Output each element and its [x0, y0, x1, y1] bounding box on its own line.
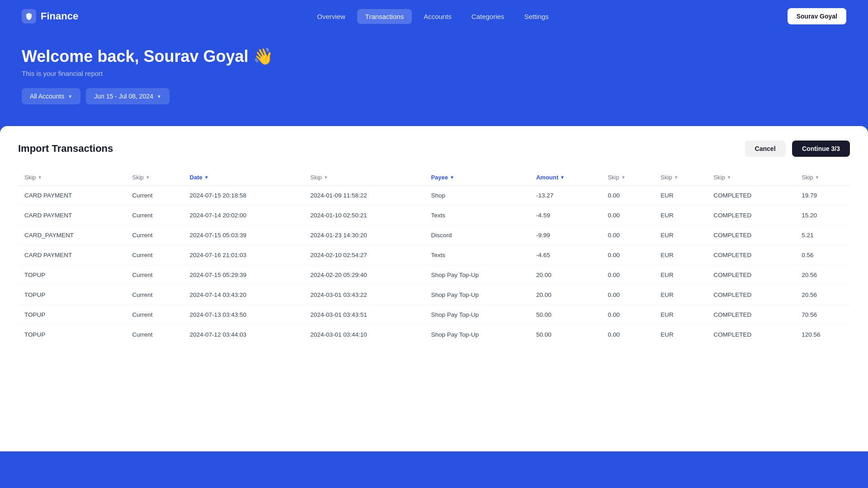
col-header-10[interactable]: Skip ▼ — [795, 169, 850, 186]
cell-r6-c7: EUR — [654, 305, 707, 325]
table-row: TOPUPCurrent2024-07-13 03:43:502024-03-0… — [18, 305, 850, 325]
table-row: TOPUPCurrent2024-07-12 03:44:032024-03-0… — [18, 325, 850, 345]
user-menu-button[interactable]: Sourav Goyal — [788, 8, 846, 24]
cell-r4-c6: 0.00 — [601, 265, 654, 285]
cell-r2-c1: Current — [126, 225, 183, 245]
brand-name: Finance — [41, 10, 78, 22]
col-header-4[interactable]: Skip ▼ — [304, 169, 425, 186]
cell-r6-c8: COMPLETED — [707, 305, 795, 325]
cell-r1-c5: -4.59 — [530, 206, 601, 225]
cell-r1-c8: COMPLETED — [707, 206, 795, 225]
cell-r1-c6: 0.00 — [601, 206, 654, 225]
cell-r3-c4: Texts — [425, 245, 530, 265]
col8-chevron: ▼ — [674, 175, 679, 180]
card-header: Import Transactions Cancel Continue 3/3 — [18, 141, 850, 157]
card-actions: Cancel Continue 3/3 — [745, 141, 850, 157]
cell-r2-c6: 0.00 — [601, 225, 654, 245]
col2-chevron: ▼ — [146, 175, 150, 180]
col-header-8[interactable]: Skip ▼ — [654, 169, 707, 186]
cell-r5-c0: TOPUP — [18, 285, 126, 305]
col-header-9[interactable]: Skip ▼ — [707, 169, 795, 186]
col-header-2[interactable]: Skip ▼ — [126, 169, 183, 186]
cell-r0-c7: EUR — [654, 186, 707, 206]
cell-r6-c0: TOPUP — [18, 305, 126, 325]
table-row: TOPUPCurrent2024-07-15 05:29:392024-02-2… — [18, 265, 850, 285]
date-range-filter[interactable]: Jun 15 - Jul 08, 2024 ▼ — [86, 88, 170, 104]
cancel-button[interactable]: Cancel — [745, 141, 786, 157]
cell-r0-c9: 19.79 — [795, 186, 850, 206]
cell-r1-c4: Texts — [425, 206, 530, 225]
cell-r5-c4: Shop Pay Top-Up — [425, 285, 530, 305]
cell-r3-c3: 2024-02-10 02:54:27 — [304, 245, 425, 265]
hero-section: Welcome back, Sourav Goyal 👋 This is you… — [0, 33, 868, 126]
nav-transactions[interactable]: Transactions — [357, 9, 412, 24]
cell-r4-c4: Shop Pay Top-Up — [425, 265, 530, 285]
cell-r2-c8: COMPLETED — [707, 225, 795, 245]
cell-r7-c6: 0.00 — [601, 325, 654, 345]
cell-r3-c2: 2024-07-16 21:01:03 — [184, 245, 304, 265]
cell-r6-c4: Shop Pay Top-Up — [425, 305, 530, 325]
nav-accounts[interactable]: Accounts — [415, 9, 460, 24]
cell-r4-c2: 2024-07-15 05:29:39 — [184, 265, 304, 285]
accounts-filter-chevron: ▼ — [68, 94, 72, 99]
cell-r7-c1: Current — [126, 325, 183, 345]
cell-r1-c1: Current — [126, 206, 183, 225]
col7-chevron: ▼ — [621, 175, 626, 180]
col-header-7[interactable]: Skip ▼ — [601, 169, 654, 186]
nav-categories[interactable]: Categories — [463, 9, 513, 24]
col5-chevron: ▼ — [450, 175, 454, 180]
cell-r5-c3: 2024-03-01 03:43:22 — [304, 285, 425, 305]
main-nav: Overview Transactions Accounts Categorie… — [309, 9, 557, 24]
table-row: CARD PAYMENTCurrent2024-07-16 21:01:0320… — [18, 245, 850, 265]
cell-r7-c0: TOPUP — [18, 325, 126, 345]
cell-r2-c0: CARD_PAYMENT — [18, 225, 126, 245]
cell-r7-c7: EUR — [654, 325, 707, 345]
accounts-filter[interactable]: All Accounts ▼ — [22, 88, 80, 104]
cell-r0-c4: Shop — [425, 186, 530, 206]
cell-r2-c2: 2024-07-15 05:03:39 — [184, 225, 304, 245]
hero-subtitle: This is your financial report — [22, 70, 846, 77]
cell-r2-c4: Discord — [425, 225, 530, 245]
col6-chevron: ▼ — [560, 175, 565, 180]
cell-r2-c7: EUR — [654, 225, 707, 245]
table-body: CARD PAYMENTCurrent2024-07-15 20:18:5820… — [18, 186, 850, 345]
cell-r6-c1: Current — [126, 305, 183, 325]
cell-r5-c6: 0.00 — [601, 285, 654, 305]
col-header-date[interactable]: Date ▼ — [184, 169, 304, 186]
cell-r2-c9: 5.21 — [795, 225, 850, 245]
date-filter-chevron: ▼ — [157, 94, 161, 99]
cell-r4-c1: Current — [126, 265, 183, 285]
cell-r7-c9: 120.56 — [795, 325, 850, 345]
cell-r6-c2: 2024-07-13 03:43:50 — [184, 305, 304, 325]
cell-r2-c5: -9.99 — [530, 225, 601, 245]
nav-overview[interactable]: Overview — [309, 9, 354, 24]
cell-r6-c5: 50.00 — [530, 305, 601, 325]
cell-r0-c2: 2024-07-15 20:18:58 — [184, 186, 304, 206]
cell-r3-c9: 0.56 — [795, 245, 850, 265]
cell-r6-c6: 0.00 — [601, 305, 654, 325]
cell-r1-c0: CARD PAYMENT — [18, 206, 126, 225]
cell-r5-c5: 20.00 — [530, 285, 601, 305]
cell-r7-c8: COMPLETED — [707, 325, 795, 345]
nav-settings[interactable]: Settings — [516, 9, 557, 24]
cell-r3-c8: COMPLETED — [707, 245, 795, 265]
cell-r4-c7: EUR — [654, 265, 707, 285]
cell-r4-c5: 20.00 — [530, 265, 601, 285]
cell-r5-c7: EUR — [654, 285, 707, 305]
col-header-payee[interactable]: Payee ▼ — [425, 169, 530, 186]
cell-r1-c9: 15.20 — [795, 206, 850, 225]
header: Finance Overview Transactions Accounts C… — [0, 0, 868, 33]
col-header-1[interactable]: Skip ▼ — [18, 169, 126, 186]
cell-r3-c5: -4.65 — [530, 245, 601, 265]
cell-r0-c5: -13.27 — [530, 186, 601, 206]
table-row: TOPUPCurrent2024-07-14 03:43:202024-03-0… — [18, 285, 850, 305]
col-header-amount[interactable]: Amount ▼ — [530, 169, 601, 186]
cell-r1-c3: 2024-01-10 02:50:21 — [304, 206, 425, 225]
cell-r4-c8: COMPLETED — [707, 265, 795, 285]
col4-chevron: ▼ — [324, 175, 328, 180]
import-title: Import Transactions — [18, 143, 113, 155]
continue-button[interactable]: Continue 3/3 — [792, 141, 850, 157]
cell-r6-c9: 70.56 — [795, 305, 850, 325]
cell-r6-c3: 2024-03-01 03:43:51 — [304, 305, 425, 325]
cell-r4-c3: 2024-02-20 05:29:40 — [304, 265, 425, 285]
